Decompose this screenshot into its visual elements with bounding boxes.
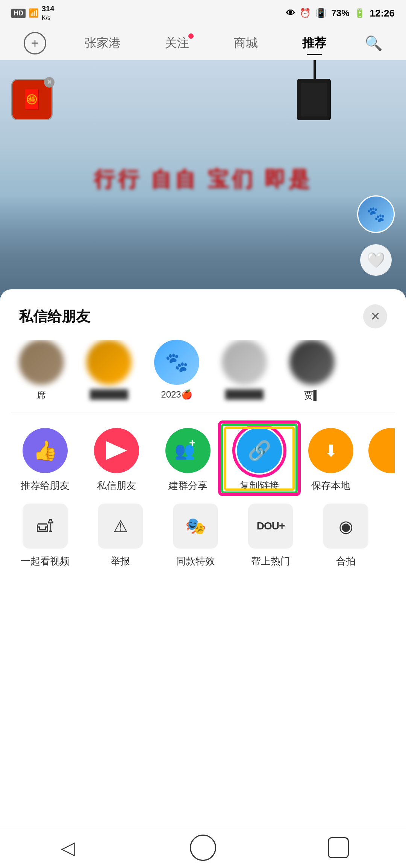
friend-name-3: 2023🍎 (161, 389, 192, 400)
watch-together-icon: 🛋 (23, 504, 68, 549)
friend-avatar-1 (19, 340, 64, 385)
envelope-icon: 🧧 (20, 89, 44, 110)
share-copy-link[interactable]: 🔗 复制链接 (226, 428, 293, 492)
orange-more-indicator (368, 428, 395, 473)
friend-name-2: ██████ (90, 389, 128, 400)
like-button[interactable]: 🤍 (360, 244, 392, 276)
nav-item-recommend[interactable]: 推荐 (296, 31, 332, 55)
collab-label: 合拍 (336, 555, 356, 568)
battery-icon: 🔋 (354, 8, 365, 18)
share-report[interactable]: ⚠ 举报 (86, 504, 154, 568)
vibrate-icon: 📳 (315, 8, 327, 18)
friend-avatar-4 (222, 340, 267, 385)
sheet-header: 私信给朋友 ✕ (0, 289, 406, 340)
report-label: 举报 (111, 555, 130, 568)
share-dou-plus[interactable]: DOU+ 帮上热门 (237, 504, 304, 568)
back-icon: ◁ (61, 837, 75, 858)
copy-link-label: 复制链接 (240, 479, 279, 492)
group-icon: 👥+ (165, 428, 211, 473)
share-effects[interactable]: 🎭 同款特效 (162, 504, 229, 568)
close-icon: ✕ (370, 309, 380, 324)
lantern-body (297, 79, 331, 120)
red-envelope[interactable]: 🧧 (11, 79, 53, 120)
home-bar: ◁ (0, 827, 406, 868)
battery-level: 73% (331, 8, 349, 18)
friend-item-1[interactable]: 席 (11, 340, 71, 401)
plus-icon: + (31, 35, 39, 51)
save-label: 保存本地 (311, 479, 350, 492)
dou-plus-label: 帮上热门 (251, 555, 290, 568)
share-watch-together[interactable]: 🛋 一起看视频 (11, 504, 79, 568)
share-group[interactable]: 👥+ 建群分享 (154, 428, 222, 492)
hd-badge: HD (11, 9, 26, 18)
recents-square-icon (328, 837, 349, 858)
share-collab[interactable]: ◉ 合拍 (312, 504, 380, 568)
nav-item-follow[interactable]: 关注 (159, 31, 195, 55)
speed-indicator: 314K/s (42, 5, 54, 22)
back-button[interactable]: ◁ (53, 833, 83, 863)
friend-item-4[interactable]: ██████ (214, 340, 274, 401)
add-button[interactable]: + (24, 32, 46, 54)
eye-icon: 👁 (286, 8, 295, 18)
friends-row: 席 ██████ 🐾 2023🍎 ██████ 贾▌ (0, 340, 406, 413)
video-creator-avatar[interactable]: 🐾 (357, 195, 395, 233)
top-nav: + 张家港 关注 商城 推荐 🔍 (0, 26, 406, 60)
status-left: HD 📶 314K/s (11, 5, 54, 22)
friend-name-4: ██████ (225, 389, 264, 400)
recommend-label: 推荐给朋友 (21, 479, 70, 492)
effects-label: 同款特效 (176, 555, 215, 568)
status-bar: HD 📶 314K/s 👁 ⏰ 📳 73% 🔋 12:26 (0, 0, 406, 26)
share-row-2: 🛋 一起看视频 ⚠ 举报 🎭 同款特效 DOU+ 帮上热门 ◉ 合拍 (0, 504, 406, 579)
collab-icon: ◉ (323, 504, 368, 549)
dm-label: 私信朋友 (97, 479, 136, 492)
recents-button[interactable] (323, 833, 353, 863)
time: 12:26 (370, 8, 395, 19)
group-label: 建群分享 (168, 479, 208, 492)
friend-item-2[interactable]: ██████ (79, 340, 139, 401)
alarm-icon: ⏰ (300, 8, 311, 18)
friend-item-5[interactable]: 贾▌ (282, 340, 342, 401)
friend-avatar-5 (289, 340, 335, 385)
share-save[interactable]: ⬇ 保存本地 (297, 428, 365, 492)
notification-dot (188, 33, 194, 39)
nav-item-zhangjiagang[interactable]: 张家港 (79, 31, 127, 55)
share-dm[interactable]: 私信朋友 (83, 428, 150, 492)
status-right: 👁 ⏰ 📳 73% 🔋 12:26 (286, 8, 395, 19)
report-icon: ⚠ (98, 504, 143, 549)
friend-avatar-3: 🐾 (154, 340, 199, 385)
share-recommend[interactable]: 👍 推荐给朋友 (11, 428, 79, 492)
friend-name-1: 席 (37, 389, 46, 401)
dm-icon (94, 428, 139, 473)
home-circle-icon (190, 835, 216, 861)
heart-icon: 🤍 (367, 251, 385, 269)
signal-icon: 📶 (29, 8, 39, 18)
friend-item-3[interactable]: 🐾 2023🍎 (147, 340, 207, 401)
search-button[interactable]: 🔍 (365, 35, 382, 51)
video-text-overlay: 行行 自自 宝们 即是 (0, 165, 406, 194)
nav-item-mall[interactable]: 商城 (228, 31, 264, 55)
share-row-1: 👍 推荐给朋友 私信朋友 👥+ 建群分享 🔗 复制链接 ⬇ 保存本地 (0, 413, 406, 504)
lantern-inner (301, 83, 327, 116)
effects-icon: 🎭 (173, 504, 218, 549)
copy-link-icon: 🔗 (237, 428, 282, 473)
friend-name-5: 贾▌ (304, 389, 320, 401)
recommend-icon: 👍 (23, 428, 68, 473)
friend-avatar-2 (86, 340, 132, 385)
close-button[interactable]: ✕ (363, 304, 387, 328)
dou-plus-icon: DOU+ (248, 504, 293, 549)
bottom-sheet: 私信给朋友 ✕ 席 ██████ 🐾 2023🍎 ██████ 贾▌ (0, 289, 406, 868)
sheet-title: 私信给朋友 (19, 307, 90, 326)
watch-together-label: 一起看视频 (21, 555, 70, 568)
home-button[interactable] (188, 833, 218, 863)
save-icon: ⬇ (308, 428, 353, 473)
svg-marker-0 (106, 441, 127, 460)
